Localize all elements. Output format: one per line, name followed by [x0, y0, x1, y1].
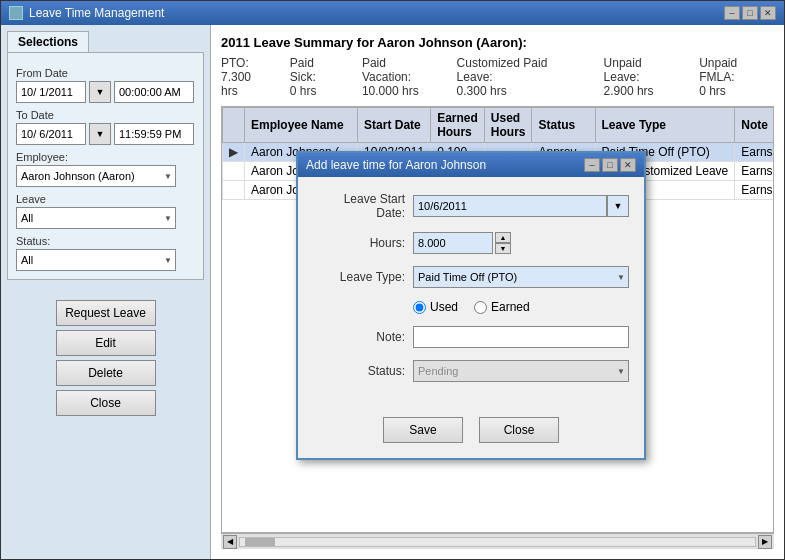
used-radio[interactable]	[413, 301, 426, 314]
status-select[interactable]: All	[16, 249, 176, 271]
add-leave-modal: Add leave time for Aaron Johnson – □ ✕ L…	[296, 151, 646, 460]
to-date-picker-button[interactable]: ▼	[89, 123, 111, 145]
leave-select-wrapper: All	[16, 207, 176, 229]
modal-body: Leave Start Date: ▼ Hours:	[298, 177, 644, 409]
modal-date-input[interactable]	[413, 195, 607, 217]
status-select-wrapper: Pending	[413, 360, 629, 382]
note-row: Note:	[313, 326, 629, 348]
row-note: Earns 0.100 hrs Wee…	[735, 162, 774, 181]
employee-select-wrapper: Aaron Johnson (Aaron)	[16, 165, 176, 187]
col-status[interactable]: Status	[532, 108, 595, 143]
note-input[interactable]	[413, 326, 629, 348]
status-select-wrapper: All	[16, 249, 176, 271]
summary-pto: PTO: 7.300 hrs	[221, 56, 270, 98]
status-row: Status: Pending	[313, 360, 629, 382]
to-date-row: ▼	[16, 123, 195, 145]
radio-group: Used Earned	[413, 300, 629, 314]
window-controls: – □ ✕	[724, 6, 776, 20]
hours-spinner: ▲ ▼	[413, 232, 629, 254]
note-label: Note:	[313, 330, 413, 344]
col-leave-type[interactable]: Leave Type	[595, 108, 735, 143]
summary-unpaid: Unpaid Leave: 2.900 hrs	[604, 56, 680, 98]
to-date-input[interactable]	[16, 123, 86, 145]
request-leave-button[interactable]: Request Leave	[56, 300, 156, 326]
row-arrow	[223, 162, 245, 181]
window-title: Leave Time Management	[29, 6, 164, 20]
modal-minimize-button[interactable]: –	[584, 158, 600, 172]
horizontal-scrollbar[interactable]: ◀ ▶	[221, 533, 774, 549]
status-field-select[interactable]: Pending	[413, 360, 629, 382]
summary-title: 2011 Leave Summary for Aaron Johnson (Aa…	[221, 35, 774, 50]
close-sidebar-button[interactable]: Close	[56, 390, 156, 416]
paid-sick-value: 0 hrs	[290, 84, 317, 98]
modal-close-btn[interactable]: Close	[479, 417, 559, 443]
close-button[interactable]: ✕	[760, 6, 776, 20]
modal-close-button[interactable]: ✕	[620, 158, 636, 172]
col-arrow	[223, 108, 245, 143]
title-bar: Leave Time Management – □ ✕	[1, 1, 784, 25]
summary-paid-vacation: Paid Vacation: 10.000 hrs	[362, 56, 437, 98]
leave-label: Leave	[16, 193, 195, 205]
scroll-right-button[interactable]: ▶	[758, 535, 772, 549]
summary-fmla: Unpaid FMLA: 0 hrs	[699, 56, 774, 98]
earned-radio-option[interactable]: Earned	[474, 300, 530, 314]
leave-start-date-label: Leave Start Date:	[313, 192, 413, 220]
from-date-input[interactable]	[16, 81, 86, 103]
modal-title-bar: Add leave time for Aaron Johnson – □ ✕	[298, 153, 644, 177]
employee-label: Employee:	[16, 151, 195, 163]
from-date-label: From Date	[16, 67, 195, 79]
scroll-track[interactable]	[239, 537, 756, 547]
hours-spinner-buttons: ▲ ▼	[495, 232, 511, 254]
col-note[interactable]: Note	[735, 108, 774, 143]
modal-window-controls: – □ ✕	[584, 158, 636, 172]
minimize-button[interactable]: –	[724, 6, 740, 20]
used-radio-label: Used	[430, 300, 458, 314]
from-date-picker-button[interactable]: ▼	[89, 81, 111, 103]
row-arrow	[223, 181, 245, 200]
scroll-thumb[interactable]	[245, 538, 275, 546]
app-icon	[9, 6, 23, 20]
leave-select[interactable]: All	[16, 207, 176, 229]
sidebar: Selections From Date ▼ To Date ▼ Employe…	[1, 25, 211, 559]
modal-save-button[interactable]: Save	[383, 417, 463, 443]
col-employee-name[interactable]: Employee Name	[245, 108, 358, 143]
unpaid-value: 2.900 hrs	[604, 84, 654, 98]
from-time-input[interactable]	[114, 81, 194, 103]
paid-vacation-value: 10.000 hrs	[362, 84, 419, 98]
employee-select[interactable]: Aaron Johnson (Aaron)	[16, 165, 176, 187]
to-time-input[interactable]	[114, 123, 194, 145]
modal-date-picker-button[interactable]: ▼	[607, 195, 629, 217]
modal-maximize-button[interactable]: □	[602, 158, 618, 172]
fmla-label: Unpaid FMLA:	[699, 56, 737, 84]
modal-date-wrapper: ▼	[413, 195, 629, 217]
leave-type-select[interactable]: Paid Time Off (PTO)	[413, 266, 629, 288]
selections-tab[interactable]: Selections	[7, 31, 89, 52]
earned-radio[interactable]	[474, 301, 487, 314]
scroll-left-button[interactable]: ◀	[223, 535, 237, 549]
used-radio-option[interactable]: Used	[413, 300, 458, 314]
status-field-label: Status:	[313, 364, 413, 378]
edit-button[interactable]: Edit	[56, 330, 156, 356]
delete-button[interactable]: Delete	[56, 360, 156, 386]
maximize-button[interactable]: □	[742, 6, 758, 20]
earned-radio-label: Earned	[491, 300, 530, 314]
to-date-label: To Date	[16, 109, 195, 121]
row-note: Earns 0.300 hrs Wee…	[735, 181, 774, 200]
used-earned-row: Used Earned	[313, 300, 629, 314]
hours-row: Hours: ▲ ▼	[313, 232, 629, 254]
fmla-value: 0 hrs	[699, 84, 726, 98]
from-date-row: ▼	[16, 81, 195, 103]
hours-decrement-button[interactable]: ▼	[495, 243, 511, 254]
col-start-date[interactable]: Start Date	[358, 108, 431, 143]
main-window: Leave Time Management – □ ✕ Selections F…	[0, 0, 785, 560]
sidebar-panel: From Date ▼ To Date ▼ Employee: Aaron Jo…	[7, 52, 204, 280]
paid-sick-label: Paid Sick:	[290, 56, 316, 84]
col-earned-hours[interactable]: EarnedHours	[431, 108, 485, 143]
col-used-hours[interactable]: UsedHours	[484, 108, 532, 143]
hours-increment-button[interactable]: ▲	[495, 232, 511, 243]
modal-footer: Save Close	[298, 409, 644, 458]
hours-input[interactable]	[413, 232, 493, 254]
modal-title-text: Add leave time for Aaron Johnson	[306, 158, 486, 172]
leave-type-label: Leave Type:	[313, 270, 413, 284]
row-arrow: ▶	[223, 143, 245, 162]
